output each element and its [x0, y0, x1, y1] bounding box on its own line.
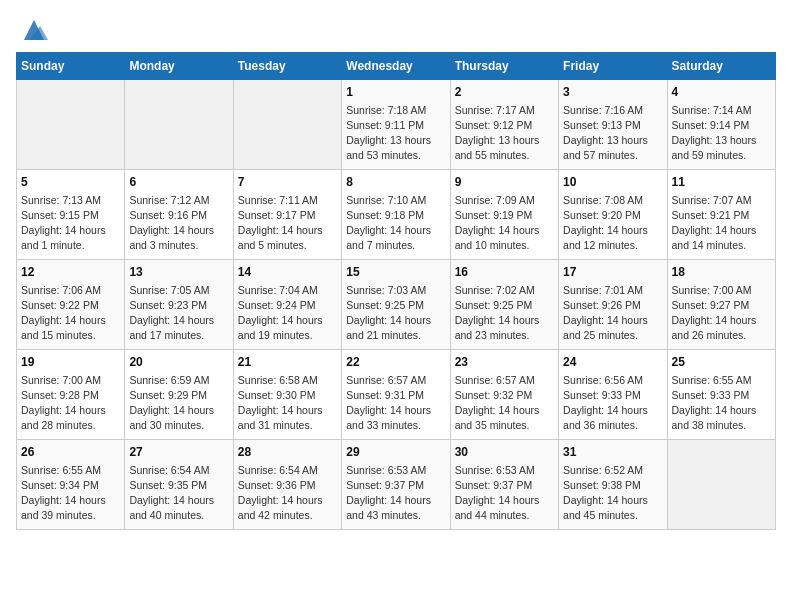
- day-info: Sunrise: 7:00 AM Sunset: 9:28 PM Dayligh…: [21, 373, 120, 434]
- day-number: 24: [563, 354, 662, 371]
- day-number: 31: [563, 444, 662, 461]
- day-number: 23: [455, 354, 554, 371]
- calendar-cell: 24Sunrise: 6:56 AM Sunset: 9:33 PM Dayli…: [559, 350, 667, 440]
- calendar-cell: 28Sunrise: 6:54 AM Sunset: 9:36 PM Dayli…: [233, 440, 341, 530]
- day-info: Sunrise: 7:03 AM Sunset: 9:25 PM Dayligh…: [346, 283, 445, 344]
- week-row: 5Sunrise: 7:13 AM Sunset: 9:15 PM Daylig…: [17, 170, 776, 260]
- day-number: 29: [346, 444, 445, 461]
- calendar-cell: [17, 80, 125, 170]
- day-info: Sunrise: 7:12 AM Sunset: 9:16 PM Dayligh…: [129, 193, 228, 254]
- day-info: Sunrise: 6:56 AM Sunset: 9:33 PM Dayligh…: [563, 373, 662, 434]
- calendar-cell: 29Sunrise: 6:53 AM Sunset: 9:37 PM Dayli…: [342, 440, 450, 530]
- col-header-tuesday: Tuesday: [233, 53, 341, 80]
- day-info: Sunrise: 6:57 AM Sunset: 9:32 PM Dayligh…: [455, 373, 554, 434]
- calendar-cell: 21Sunrise: 6:58 AM Sunset: 9:30 PM Dayli…: [233, 350, 341, 440]
- day-info: Sunrise: 7:07 AM Sunset: 9:21 PM Dayligh…: [672, 193, 771, 254]
- day-number: 2: [455, 84, 554, 101]
- calendar-cell: 10Sunrise: 7:08 AM Sunset: 9:20 PM Dayli…: [559, 170, 667, 260]
- calendar-cell: 11Sunrise: 7:07 AM Sunset: 9:21 PM Dayli…: [667, 170, 775, 260]
- day-number: 13: [129, 264, 228, 281]
- calendar-cell: 13Sunrise: 7:05 AM Sunset: 9:23 PM Dayli…: [125, 260, 233, 350]
- week-row: 12Sunrise: 7:06 AM Sunset: 9:22 PM Dayli…: [17, 260, 776, 350]
- day-info: Sunrise: 6:57 AM Sunset: 9:31 PM Dayligh…: [346, 373, 445, 434]
- day-info: Sunrise: 7:05 AM Sunset: 9:23 PM Dayligh…: [129, 283, 228, 344]
- calendar-cell: 6Sunrise: 7:12 AM Sunset: 9:16 PM Daylig…: [125, 170, 233, 260]
- day-info: Sunrise: 7:16 AM Sunset: 9:13 PM Dayligh…: [563, 103, 662, 164]
- day-number: 30: [455, 444, 554, 461]
- col-header-saturday: Saturday: [667, 53, 775, 80]
- calendar-cell: 12Sunrise: 7:06 AM Sunset: 9:22 PM Dayli…: [17, 260, 125, 350]
- day-info: Sunrise: 7:01 AM Sunset: 9:26 PM Dayligh…: [563, 283, 662, 344]
- calendar-cell: 23Sunrise: 6:57 AM Sunset: 9:32 PM Dayli…: [450, 350, 558, 440]
- day-info: Sunrise: 7:00 AM Sunset: 9:27 PM Dayligh…: [672, 283, 771, 344]
- week-row: 1Sunrise: 7:18 AM Sunset: 9:11 PM Daylig…: [17, 80, 776, 170]
- day-info: Sunrise: 6:54 AM Sunset: 9:35 PM Dayligh…: [129, 463, 228, 524]
- calendar-cell: 16Sunrise: 7:02 AM Sunset: 9:25 PM Dayli…: [450, 260, 558, 350]
- day-info: Sunrise: 7:13 AM Sunset: 9:15 PM Dayligh…: [21, 193, 120, 254]
- day-info: Sunrise: 6:54 AM Sunset: 9:36 PM Dayligh…: [238, 463, 337, 524]
- calendar-cell: 20Sunrise: 6:59 AM Sunset: 9:29 PM Dayli…: [125, 350, 233, 440]
- day-number: 25: [672, 354, 771, 371]
- calendar-cell: 1Sunrise: 7:18 AM Sunset: 9:11 PM Daylig…: [342, 80, 450, 170]
- day-info: Sunrise: 7:04 AM Sunset: 9:24 PM Dayligh…: [238, 283, 337, 344]
- day-info: Sunrise: 6:52 AM Sunset: 9:38 PM Dayligh…: [563, 463, 662, 524]
- calendar-cell: [233, 80, 341, 170]
- calendar-cell: 19Sunrise: 7:00 AM Sunset: 9:28 PM Dayli…: [17, 350, 125, 440]
- day-info: Sunrise: 7:10 AM Sunset: 9:18 PM Dayligh…: [346, 193, 445, 254]
- calendar-cell: 18Sunrise: 7:00 AM Sunset: 9:27 PM Dayli…: [667, 260, 775, 350]
- day-info: Sunrise: 6:55 AM Sunset: 9:33 PM Dayligh…: [672, 373, 771, 434]
- day-number: 26: [21, 444, 120, 461]
- day-number: 21: [238, 354, 337, 371]
- calendar-cell: 25Sunrise: 6:55 AM Sunset: 9:33 PM Dayli…: [667, 350, 775, 440]
- calendar-cell: [125, 80, 233, 170]
- day-number: 3: [563, 84, 662, 101]
- day-info: Sunrise: 6:55 AM Sunset: 9:34 PM Dayligh…: [21, 463, 120, 524]
- day-number: 12: [21, 264, 120, 281]
- day-number: 8: [346, 174, 445, 191]
- calendar-cell: 9Sunrise: 7:09 AM Sunset: 9:19 PM Daylig…: [450, 170, 558, 260]
- day-info: Sunrise: 7:08 AM Sunset: 9:20 PM Dayligh…: [563, 193, 662, 254]
- col-header-friday: Friday: [559, 53, 667, 80]
- calendar-cell: 26Sunrise: 6:55 AM Sunset: 9:34 PM Dayli…: [17, 440, 125, 530]
- day-number: 18: [672, 264, 771, 281]
- day-info: Sunrise: 7:06 AM Sunset: 9:22 PM Dayligh…: [21, 283, 120, 344]
- col-header-monday: Monday: [125, 53, 233, 80]
- calendar-cell: 8Sunrise: 7:10 AM Sunset: 9:18 PM Daylig…: [342, 170, 450, 260]
- day-number: 1: [346, 84, 445, 101]
- col-header-wednesday: Wednesday: [342, 53, 450, 80]
- day-info: Sunrise: 7:14 AM Sunset: 9:14 PM Dayligh…: [672, 103, 771, 164]
- day-info: Sunrise: 7:11 AM Sunset: 9:17 PM Dayligh…: [238, 193, 337, 254]
- day-number: 5: [21, 174, 120, 191]
- calendar-table: SundayMondayTuesdayWednesdayThursdayFrid…: [16, 52, 776, 530]
- header-row: SundayMondayTuesdayWednesdayThursdayFrid…: [17, 53, 776, 80]
- day-number: 10: [563, 174, 662, 191]
- logo: [16, 16, 48, 44]
- day-number: 9: [455, 174, 554, 191]
- day-number: 28: [238, 444, 337, 461]
- calendar-cell: 27Sunrise: 6:54 AM Sunset: 9:35 PM Dayli…: [125, 440, 233, 530]
- day-number: 16: [455, 264, 554, 281]
- day-info: Sunrise: 7:17 AM Sunset: 9:12 PM Dayligh…: [455, 103, 554, 164]
- day-number: 4: [672, 84, 771, 101]
- col-header-thursday: Thursday: [450, 53, 558, 80]
- day-number: 17: [563, 264, 662, 281]
- week-row: 26Sunrise: 6:55 AM Sunset: 9:34 PM Dayli…: [17, 440, 776, 530]
- day-number: 27: [129, 444, 228, 461]
- calendar-cell: 14Sunrise: 7:04 AM Sunset: 9:24 PM Dayli…: [233, 260, 341, 350]
- calendar-cell: 17Sunrise: 7:01 AM Sunset: 9:26 PM Dayli…: [559, 260, 667, 350]
- calendar-cell: 2Sunrise: 7:17 AM Sunset: 9:12 PM Daylig…: [450, 80, 558, 170]
- day-info: Sunrise: 6:53 AM Sunset: 9:37 PM Dayligh…: [455, 463, 554, 524]
- day-info: Sunrise: 6:58 AM Sunset: 9:30 PM Dayligh…: [238, 373, 337, 434]
- calendar-cell: 31Sunrise: 6:52 AM Sunset: 9:38 PM Dayli…: [559, 440, 667, 530]
- day-number: 22: [346, 354, 445, 371]
- day-number: 11: [672, 174, 771, 191]
- day-number: 6: [129, 174, 228, 191]
- day-info: Sunrise: 7:02 AM Sunset: 9:25 PM Dayligh…: [455, 283, 554, 344]
- calendar-cell: 22Sunrise: 6:57 AM Sunset: 9:31 PM Dayli…: [342, 350, 450, 440]
- calendar-cell: 7Sunrise: 7:11 AM Sunset: 9:17 PM Daylig…: [233, 170, 341, 260]
- day-info: Sunrise: 7:18 AM Sunset: 9:11 PM Dayligh…: [346, 103, 445, 164]
- page-header: [16, 16, 776, 44]
- day-info: Sunrise: 6:59 AM Sunset: 9:29 PM Dayligh…: [129, 373, 228, 434]
- calendar-cell: [667, 440, 775, 530]
- calendar-cell: 4Sunrise: 7:14 AM Sunset: 9:14 PM Daylig…: [667, 80, 775, 170]
